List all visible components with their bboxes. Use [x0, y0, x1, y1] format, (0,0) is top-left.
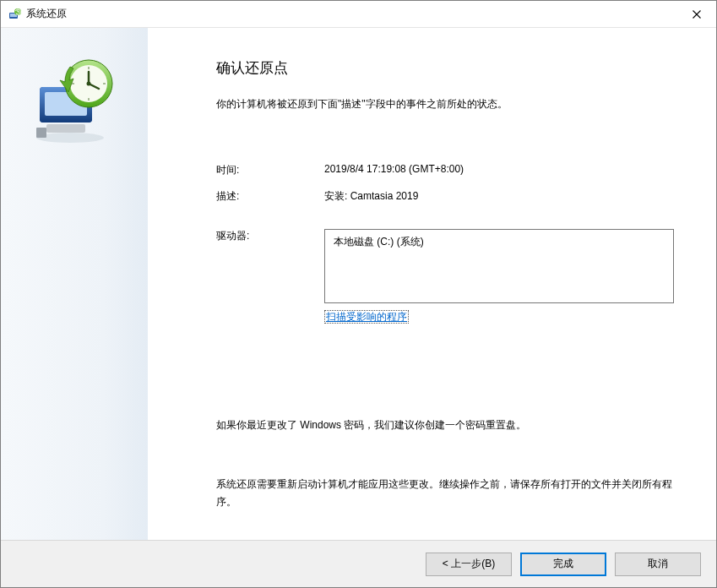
wizard-sidebar	[1, 28, 149, 540]
finish-button[interactable]: 完成	[520, 553, 606, 576]
system-restore-icon	[8, 8, 21, 21]
close-icon	[693, 10, 701, 19]
wizard-footer: < 上一步(B) 完成 取消	[1, 540, 716, 587]
description-value: 安装: Camtasia 2019	[324, 189, 674, 204]
dialog-body: 确认还原点 你的计算机将被还原到下面"描述"字段中的事件之前所处的状态。 时间:…	[1, 28, 716, 540]
svg-rect-8	[36, 128, 46, 138]
scan-affected-programs-link[interactable]: 扫描受影响的程序	[324, 310, 409, 324]
titlebar: 系统还原	[1, 1, 716, 28]
time-label: 时间:	[216, 163, 324, 177]
svg-rect-7	[46, 124, 85, 133]
description-label: 描述:	[216, 189, 324, 204]
system-restore-large-icon	[28, 53, 121, 146]
svg-point-17	[87, 82, 91, 86]
drives-row: 驱动器: 本地磁盘 (C:) (系统)	[216, 229, 674, 303]
close-button[interactable]	[677, 1, 716, 27]
back-button[interactable]: < 上一步(B)	[426, 553, 512, 576]
page-heading: 确认还原点	[216, 58, 674, 78]
drives-label: 驱动器:	[216, 229, 324, 303]
time-row: 时间: 2019/8/4 17:19:08 (GMT+8:00)	[216, 163, 674, 177]
cancel-button[interactable]: 取消	[615, 553, 701, 576]
time-value: 2019/8/4 17:19:08 (GMT+8:00)	[324, 163, 674, 177]
wizard-content: 确认还原点 你的计算机将被还原到下面"描述"字段中的事件之前所处的状态。 时间:…	[149, 28, 716, 540]
scan-link-row: 扫描受影响的程序	[324, 310, 674, 324]
window-title: 系统还原	[26, 7, 677, 21]
description-row: 描述: 安装: Camtasia 2019	[216, 189, 674, 204]
intro-text: 你的计算机将被还原到下面"描述"字段中的事件之前所处的状态。	[216, 96, 674, 112]
restart-note: 系统还原需要重新启动计算机才能应用这些更改。继续操作之前，请保存所有打开的文件并…	[216, 476, 674, 510]
drive-item[interactable]: 本地磁盘 (C:) (系统)	[334, 235, 665, 249]
drives-listbox[interactable]: 本地磁盘 (C:) (系统)	[324, 229, 674, 303]
password-note: 如果你最近更改了 Windows 密码，我们建议你创建一个密码重置盘。	[216, 417, 674, 433]
system-restore-window: 系统还原	[0, 0, 717, 588]
